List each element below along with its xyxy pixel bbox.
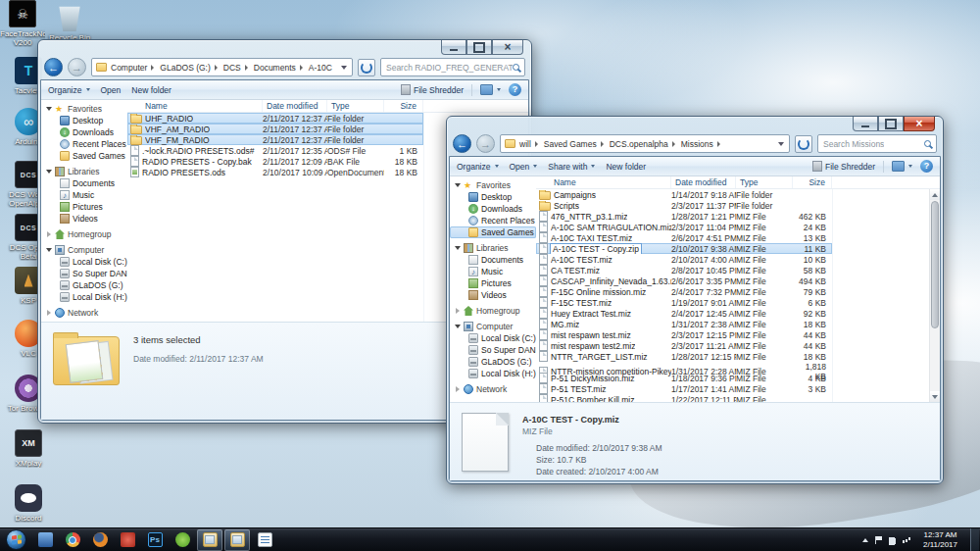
scroll-thumb[interactable]: [931, 201, 939, 328]
file-row[interactable]: MG.miz 1/31/2017 2:38 AM MIZ File 18 KB: [536, 319, 832, 329]
taskbar-clock[interactable]: 12:37 AM 2/11/2017: [916, 530, 964, 550]
scroll-up-icon[interactable]: [930, 189, 940, 200]
organize-menu[interactable]: Organize: [48, 85, 90, 95]
nav-item[interactable]: Documents: [450, 254, 536, 266]
taskbar-app-button[interactable]: [252, 529, 277, 551]
column-header-name[interactable]: Name: [536, 176, 671, 188]
nav-item[interactable]: Recent Places: [41, 138, 127, 150]
address-dropdown-icon[interactable]: [773, 142, 789, 146]
maximize-button[interactable]: [878, 117, 904, 131]
breadcrumb-segment[interactable]: Documents: [253, 63, 308, 73]
nav-item[interactable]: Pictures: [41, 201, 127, 213]
close-button[interactable]: [904, 117, 935, 131]
help-button[interactable]: [920, 160, 933, 173]
close-button[interactable]: [492, 40, 523, 55]
desktop-icon[interactable]: Recycle Bin: [47, 4, 92, 42]
file-row[interactable]: CA TEST.miz 2/8/2017 10:45 PM MIZ File 5…: [536, 265, 832, 276]
expander-icon[interactable]: [454, 246, 461, 250]
nav-item[interactable]: Desktop: [450, 191, 536, 203]
file-row[interactable]: F-15C Online mission.miz 2/4/2017 7:32 P…: [536, 286, 832, 297]
nav-item[interactable]: Music: [450, 266, 536, 277]
nav-item[interactable]: Local Disk (C:): [450, 332, 536, 344]
column-header-name[interactable]: Name: [127, 100, 263, 112]
change-view-button[interactable]: [480, 84, 501, 95]
nav-item[interactable]: Local Disk (H:): [450, 368, 536, 379]
nav-item[interactable]: Computer: [41, 244, 127, 256]
file-row[interactable]: 476_NTTR_p3.1.miz 1/28/2017 1:21 PM MIZ …: [536, 211, 832, 222]
nav-item[interactable]: GLaDOS (G:): [450, 356, 536, 368]
action-center-icon[interactable]: [875, 536, 883, 544]
taskbar-app-button[interactable]: Ps: [142, 529, 168, 551]
file-row[interactable]: A-10C SAM TRIAGULATION.miz 2/3/2017 11:0…: [536, 222, 832, 232]
nav-item[interactable]: Homegroup: [450, 305, 536, 317]
explorer-window-missions[interactable]: will Saved Games DCS.openalpha Missions …: [446, 116, 944, 484]
desktop-icon[interactable]: XMplay: [6, 429, 51, 468]
taskbar-app-button[interactable]: [115, 529, 140, 551]
change-view-button[interactable]: [892, 161, 912, 172]
expander-icon[interactable]: [454, 325, 461, 328]
network-icon[interactable]: [903, 536, 910, 544]
expander-icon[interactable]: [45, 170, 52, 174]
breadcrumb-segment[interactable]: DCS: [222, 63, 253, 73]
scroll-down-icon[interactable]: [930, 391, 940, 402]
nav-item[interactable]: Videos: [41, 213, 127, 225]
breadcrumb-segment[interactable]: will: [518, 139, 543, 149]
file-row[interactable]: RADIO PRESETS - Copy.bak 2/11/2017 12:09…: [127, 156, 423, 167]
breadcrumb[interactable]: Computer GLaDOS (G:) DCS Documents A-10C…: [91, 58, 353, 76]
file-row[interactable]: Scripts 2/3/2017 11:37 PM File folder: [536, 200, 832, 211]
breadcrumb-segment[interactable]: Saved Games: [543, 139, 609, 149]
breadcrumb-segment[interactable]: Computer: [110, 63, 159, 73]
show-desktop-button[interactable]: [970, 528, 979, 551]
taskbar-app-button[interactable]: [170, 529, 195, 551]
file-shredder-button[interactable]: File Shredder: [812, 161, 875, 172]
nav-item[interactable]: Pictures: [450, 277, 536, 289]
taskbar-app-button[interactable]: [197, 529, 222, 551]
file-shredder-button[interactable]: File Shredder: [401, 84, 464, 95]
nav-item[interactable]: Libraries: [41, 166, 127, 177]
nav-item[interactable]: Downloads: [450, 203, 536, 215]
file-row[interactable]: RADIO PRESETS.ods 2/10/2017 10:09 AM Ope…: [127, 167, 423, 177]
maximize-button[interactable]: [466, 40, 492, 55]
nav-item[interactable]: So Super DANK (: [41, 268, 127, 279]
nav-item[interactable]: Recent Places: [450, 215, 536, 226]
desktop-icon[interactable]: Discord: [6, 484, 51, 523]
taskbar-app-button[interactable]: [87, 529, 113, 551]
taskbar-app-button[interactable]: [224, 529, 250, 551]
refresh-button[interactable]: [795, 135, 812, 153]
nav-item[interactable]: Local Disk (C:): [41, 256, 127, 268]
vertical-scrollbar[interactable]: [929, 189, 940, 402]
nav-item[interactable]: Network: [450, 383, 536, 395]
nav-item[interactable]: Saved Games: [450, 226, 536, 238]
file-row[interactable]: Campaigns 1/14/2017 9:18 AM File folder: [536, 189, 832, 200]
nav-item[interactable]: Saved Games: [41, 150, 127, 162]
nav-item[interactable]: Documents: [41, 177, 127, 189]
breadcrumb-segment[interactable]: A-10C: [308, 63, 336, 73]
show-hidden-icons-button[interactable]: [861, 536, 869, 544]
open-menu[interactable]: Open: [510, 162, 538, 172]
file-row[interactable]: VHF_AM_RADIO 2/11/2017 12:37 AM File fol…: [127, 124, 423, 134]
breadcrumb-segment[interactable]: DCS.openalpha: [609, 139, 680, 149]
nav-item[interactable]: Music: [41, 189, 127, 201]
file-row[interactable]: UHF_RADIO 2/11/2017 12:37 AM File folder: [127, 113, 423, 124]
back-button[interactable]: [453, 134, 471, 153]
column-header-date-modified[interactable]: Date modified: [671, 176, 736, 188]
expander-icon[interactable]: [45, 231, 52, 237]
file-row[interactable]: A-10C TEST - Copy.zip 2/10/2017 9:38 AM …: [536, 243, 832, 254]
expander-icon[interactable]: [454, 183, 461, 187]
file-row[interactable]: NTTR_TARGET_LIST.miz 1/28/2017 12:15 PM …: [536, 351, 832, 362]
file-row[interactable]: P-51 DickyMission.miz 1/18/2017 9:36 PM …: [536, 373, 832, 383]
file-row[interactable]: A-10C TEST.miz 2/10/2017 4:00 AM MIZ Fil…: [536, 254, 832, 265]
volume-icon[interactable]: [889, 536, 897, 544]
breadcrumb-segment[interactable]: Missions: [680, 139, 725, 149]
taskbar-app-button[interactable]: [60, 529, 85, 551]
file-row[interactable]: VHF_FM_RADIO 2/11/2017 12:37 AM File fol…: [127, 134, 423, 145]
column-header-date-modified[interactable]: Date modified: [263, 100, 327, 112]
nav-item[interactable]: Local Disk (H:): [41, 291, 127, 303]
nav-item[interactable]: So Super DANK (: [450, 344, 536, 356]
breadcrumb-segment[interactable]: GLaDOS (G:): [159, 63, 221, 73]
new-folder-button[interactable]: New folder: [131, 85, 172, 95]
column-header-type[interactable]: Type: [736, 176, 793, 188]
expander-icon[interactable]: [454, 386, 461, 392]
open-button[interactable]: Open: [101, 85, 122, 95]
file-row[interactable]: .~lock.RADIO PRESETS.ods# 2/11/2017 12:3…: [127, 145, 423, 156]
